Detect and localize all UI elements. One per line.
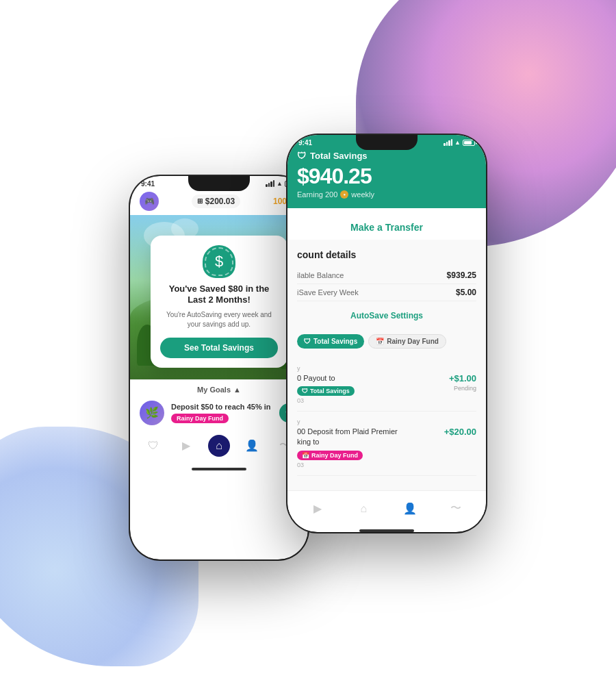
right-battery-icon bbox=[463, 140, 475, 146]
tx1-tag: 🛡 Total Savings bbox=[297, 386, 355, 396]
right-battery-fill bbox=[464, 141, 472, 144]
right-nav-pulse-icon[interactable]: 〜 bbox=[445, 498, 467, 520]
tx2-tag-label: Rainy Day Fund bbox=[311, 452, 358, 459]
shield-dollar-icon: $ bbox=[215, 253, 223, 270]
chevron-up-icon: ▲ bbox=[233, 386, 241, 394]
goal-text-block: Deposit $50 to reach 45% in Rainy Day Fu… bbox=[171, 403, 272, 423]
available-balance-row: ilable Balance $939.25 bbox=[297, 267, 476, 284]
left-phone-bottom: My Goals ▲ 🌿 Deposit $50 to reach 45% in… bbox=[130, 379, 308, 470]
left-bottom-nav: 🛡 ▶ ⌂ 👤 〜 bbox=[130, 429, 308, 465]
user-avatar: 🎮 bbox=[140, 192, 159, 211]
left-status-time: 9:41 bbox=[141, 180, 155, 188]
coin-number: 100 bbox=[273, 197, 287, 206]
left-phone-header: 🎮 ⊞ $200.03 100 ● bbox=[130, 189, 308, 215]
right-nav-person-icon[interactable]: 👤 bbox=[399, 498, 421, 520]
shield-icon-big: $ bbox=[203, 245, 235, 278]
right-phone: 9:41 ▲ 🛡 To bbox=[287, 135, 486, 532]
my-goals-bar: My Goals ▲ bbox=[130, 380, 308, 396]
tx1-desc: 0 Payout to bbox=[297, 373, 355, 383]
savings-popup: $ You've Saved $80 in the Last 2 Months!… bbox=[151, 236, 287, 368]
rainy-day-tag[interactable]: 📅 Rainy Day Fund bbox=[368, 334, 446, 349]
savings-shield-icon: 🛡 bbox=[297, 151, 306, 161]
left-wifi-icon: ▲ bbox=[277, 180, 283, 187]
tx2-desc-text: 00 Deposit from Plaid Premierking to bbox=[297, 427, 398, 446]
tx1-tag-shield-icon: 🛡 bbox=[302, 388, 308, 394]
tag-calendar-icon: 📅 bbox=[376, 338, 384, 345]
tx1-status: Pending bbox=[449, 385, 476, 392]
right-status-icons: ▲ bbox=[444, 139, 475, 146]
left-home-bar bbox=[192, 468, 246, 470]
left-signal-bars bbox=[266, 180, 274, 187]
transactions-list: y 0 Payout to 🛡 Total Savings 03 bbox=[297, 358, 476, 476]
total-savings-label: 🛡 Total Savings bbox=[297, 151, 476, 161]
signal-bar-2 bbox=[268, 183, 270, 187]
left-phone-inner: 9:41 ▲ 🎮 ⊞ bbox=[130, 176, 308, 559]
signal-bar-1 bbox=[266, 184, 268, 187]
balance-amount: $200.03 bbox=[205, 197, 235, 206]
account-details-text: count details bbox=[297, 249, 356, 260]
grid-icon: ⊞ bbox=[197, 197, 203, 205]
total-savings-text: Total Savings bbox=[310, 151, 368, 161]
total-savings-tag[interactable]: 🛡 Total Savings bbox=[297, 334, 364, 349]
tag-savings-label: Total Savings bbox=[313, 338, 357, 345]
tags-row: 🛡 Total Savings 📅 Rainy Day Fund bbox=[297, 330, 476, 353]
r-signal-bar-2 bbox=[446, 142, 448, 146]
autosave-week-row: iSave Every Week $5.00 bbox=[297, 284, 476, 301]
tx1-top: 0 Payout to 🛡 Total Savings 03 +$1.00 Pe… bbox=[297, 373, 476, 404]
tx1-amount-block: +$1.00 Pending bbox=[449, 373, 476, 392]
goal-title: Deposit $50 to reach 45% in bbox=[171, 403, 272, 411]
goal-item: 🌿 Deposit $50 to reach 45% in Rainy Day … bbox=[130, 396, 308, 429]
earning-row: Earning 200 ● weekly bbox=[297, 190, 476, 199]
phones-container: 9:41 ▲ 🎮 ⊞ bbox=[130, 135, 486, 559]
tx1-tag-label: Total Savings bbox=[310, 388, 350, 394]
autosave-week-label: iSave Every Week bbox=[297, 288, 359, 297]
right-signal-bars bbox=[444, 139, 452, 146]
make-a-transfer-button[interactable]: Make a Transfer bbox=[297, 215, 476, 240]
r-signal-bar-4 bbox=[451, 139, 453, 146]
popup-title: You've Saved $80 in the Last 2 Months! bbox=[160, 284, 278, 307]
tx2-date: y bbox=[297, 418, 476, 425]
right-status-time: 9:41 bbox=[298, 139, 312, 147]
tx1-date: y bbox=[297, 365, 476, 372]
popup-desc: You're AutoSaving every week and your sa… bbox=[160, 310, 278, 329]
autosave-week-value: $5.00 bbox=[456, 288, 476, 297]
savings-big-amount: $940.25 bbox=[297, 164, 476, 189]
tx2-amount-block: +$20.00 bbox=[444, 427, 476, 437]
tx2-tag: 📅 Rainy Day Fund bbox=[297, 451, 363, 460]
right-nav-home-icon[interactable]: ⌂ bbox=[352, 498, 374, 520]
goal-avatar-icon: 🌿 bbox=[140, 401, 164, 425]
nav-play-icon[interactable]: ▶ bbox=[175, 435, 197, 457]
left-phone: 9:41 ▲ 🎮 ⊞ bbox=[130, 176, 308, 559]
tag-shield-icon: 🛡 bbox=[304, 338, 311, 345]
left-phone-notch bbox=[188, 176, 250, 191]
my-goals-label: My Goals bbox=[197, 386, 231, 394]
transaction-2: y 00 Deposit from Plaid Premierking to 📅… bbox=[297, 412, 476, 476]
tx2-top: 00 Deposit from Plaid Premierking to 📅 R… bbox=[297, 427, 476, 468]
right-phone-inner: 9:41 ▲ 🛡 To bbox=[287, 135, 486, 532]
tx2-date2: 03 bbox=[297, 462, 398, 468]
nav-person-icon[interactable]: 👤 bbox=[241, 435, 263, 457]
see-total-savings-button[interactable]: See Total Savings bbox=[160, 338, 278, 358]
nav-home-icon[interactable]: ⌂ bbox=[208, 435, 230, 457]
tx2-tag-icon: 📅 bbox=[302, 452, 309, 459]
goal-badge: Rainy Day Fund bbox=[171, 414, 229, 423]
right-phone-notch bbox=[356, 135, 418, 150]
right-phone-body: count details ilable Balance $939.25 iSa… bbox=[287, 240, 486, 490]
r-signal-bar-1 bbox=[444, 143, 446, 146]
earning-coin-icon: ● bbox=[340, 190, 348, 199]
tx2-desc: 00 Deposit from Plaid Premierking to bbox=[297, 427, 398, 448]
tx1-amount: +$1.00 bbox=[449, 373, 476, 383]
earning-suffix: weekly bbox=[351, 190, 374, 199]
transaction-1: y 0 Payout to 🛡 Total Savings 03 bbox=[297, 358, 476, 412]
tx1-desc-block: 0 Payout to 🛡 Total Savings 03 bbox=[297, 373, 355, 404]
right-home-bar bbox=[359, 529, 414, 532]
right-nav-play-icon[interactable]: ▶ bbox=[307, 498, 329, 520]
game-area: $ You've Saved $80 in the Last 2 Months!… bbox=[130, 215, 308, 379]
signal-bar-4 bbox=[273, 180, 275, 187]
tx1-date2: 03 bbox=[297, 397, 355, 404]
autosave-settings-link[interactable]: AutoSave Settings bbox=[297, 305, 476, 326]
right-wifi-icon: ▲ bbox=[454, 139, 461, 146]
signal-bar-3 bbox=[270, 181, 272, 187]
earning-label: Earning 200 bbox=[297, 190, 337, 199]
nav-shield-icon[interactable]: 🛡 bbox=[142, 435, 164, 457]
